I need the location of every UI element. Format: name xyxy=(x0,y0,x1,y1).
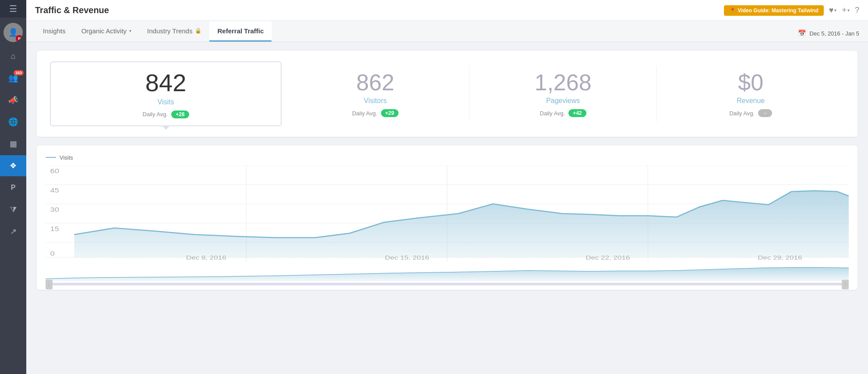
legend-label: Visits xyxy=(60,154,73,161)
calendar-icon: 📅 xyxy=(798,29,806,37)
svg-text:60: 60 xyxy=(50,167,59,174)
stat-revenue: $0 Revenue Daily Avg. → xyxy=(657,66,844,121)
tabs: Insights Organic Activity ▾ Industry Tre… xyxy=(35,21,272,42)
people-badge: 163 xyxy=(14,70,24,75)
stats-panel: 842 Visits Daily Avg. +28 862 Visitors D… xyxy=(37,51,857,137)
stat-visits: 842 Visits Daily Avg. +28 xyxy=(50,61,282,126)
help-button[interactable]: ? xyxy=(855,6,859,15)
tab-industry-trends[interactable]: Industry Trends 🔒 xyxy=(139,21,209,42)
chart-slider[interactable]: ⋮ ⋮ xyxy=(46,264,849,285)
svg-text:30: 30 xyxy=(50,206,59,213)
visitors-avg: Daily Avg. +29 xyxy=(290,109,460,117)
tabs-bar: Insights Organic Activity ▾ Industry Tre… xyxy=(26,21,868,42)
svg-text:15: 15 xyxy=(50,225,59,232)
topbar: Traffic & Revenue 📍 Video Guide: Masteri… xyxy=(26,0,868,21)
grid-icon: ▦ xyxy=(10,139,17,149)
pageviews-label: Pageviews xyxy=(478,97,648,105)
sidebar: ☰ 👤 P ⌂ 👥 163 📣 🌐 ▦ ❖ P ⧩ ↗ xyxy=(0,0,26,374)
pinterest-icon: P xyxy=(11,184,16,192)
visits-label: Visits xyxy=(64,98,268,106)
svg-text:45: 45 xyxy=(50,187,59,193)
video-guide-button[interactable]: 📍 Video Guide: Mastering Tailwind xyxy=(724,5,824,16)
chart-container: Visits 60 45 xyxy=(37,146,857,290)
revenue-label: Revenue xyxy=(666,97,836,105)
home-icon: ⌂ xyxy=(11,52,16,61)
sidebar-item-pinterest[interactable]: P xyxy=(0,177,26,198)
slider-track xyxy=(46,283,849,285)
chart-legend: Visits xyxy=(46,154,849,161)
sidebar-nav: ⌂ 👥 163 📣 🌐 ▦ ❖ P ⧩ ↗ xyxy=(0,46,26,242)
stat-visitors: 862 Visitors Daily Avg. +29 xyxy=(282,66,469,121)
stat-pageviews: 1,268 Pageviews Daily Avg. +42 xyxy=(469,66,657,121)
topbar-actions: 📍 Video Guide: Mastering Tailwind ♥ ▾ + … xyxy=(724,5,859,16)
lock-icon: 🔒 xyxy=(195,28,201,34)
pageviews-avg-badge: +42 xyxy=(568,109,586,117)
sidebar-menu-toggle[interactable]: ☰ xyxy=(0,0,26,18)
megaphone-icon: 📣 xyxy=(8,95,18,105)
plus-dropdown-arrow: ▾ xyxy=(847,8,850,13)
heart-icon: ♥ xyxy=(829,6,834,15)
tab-insights[interactable]: Insights xyxy=(35,21,74,42)
heart-button[interactable]: ♥ ▾ xyxy=(829,6,837,15)
pin-icon: 📍 xyxy=(729,7,736,14)
heart-dropdown-arrow: ▾ xyxy=(834,8,836,13)
sidebar-item-grid[interactable]: ▦ xyxy=(0,133,26,154)
tab-organic-activity[interactable]: Organic Activity ▾ xyxy=(74,21,139,42)
slider-handle-right[interactable]: ⋮ xyxy=(842,280,849,289)
globe-icon: 🌐 xyxy=(8,117,18,127)
main-chart-svg: 60 45 30 15 0 Dec 8, 2016 Dec 15, 2016 D… xyxy=(46,165,849,262)
visitors-avg-badge: +29 xyxy=(381,109,399,117)
visits-avg-badge: +28 xyxy=(171,110,189,118)
plus-icon: + xyxy=(842,6,847,15)
filter-icon: ⧩ xyxy=(10,205,17,214)
pageviews-avg: Daily Avg. +42 xyxy=(478,109,648,117)
sidebar-item-trending[interactable]: ↗ xyxy=(0,221,26,242)
revenue-avg-badge: → xyxy=(758,109,772,117)
hamburger-icon: ☰ xyxy=(9,4,17,13)
chart-area: 60 45 30 15 0 Dec 8, 2016 Dec 15, 2016 D… xyxy=(46,165,849,262)
pinterest-badge: P xyxy=(16,35,23,42)
visitors-value: 862 xyxy=(290,70,460,95)
content-area: 842 Visits Daily Avg. +28 862 Visitors D… xyxy=(26,42,868,374)
mini-chart-svg xyxy=(46,264,849,281)
revenue-daily-avg-label: Daily Avg. xyxy=(729,110,755,117)
tab-referral-traffic[interactable]: Referral Traffic xyxy=(209,21,272,42)
revenue-avg: Daily Avg. → xyxy=(666,109,836,117)
sidebar-item-people[interactable]: 👥 163 xyxy=(0,68,26,89)
visits-daily-avg-label: Daily Avg. xyxy=(143,111,168,118)
organic-dropdown-arrow: ▾ xyxy=(129,28,131,33)
sidebar-item-analytics[interactable]: ❖ xyxy=(0,155,26,176)
main-content: Traffic & Revenue 📍 Video Guide: Masteri… xyxy=(26,0,868,374)
revenue-value: $0 xyxy=(666,70,836,95)
add-button[interactable]: + ▾ xyxy=(842,6,850,15)
sidebar-item-megaphone[interactable]: 📣 xyxy=(0,89,26,110)
svg-text:0: 0 xyxy=(50,250,54,256)
avatar[interactable]: 👤 P xyxy=(4,23,23,42)
legend-line xyxy=(46,157,56,158)
date-range-label: Dec 5, 2016 - Jan 5 xyxy=(810,30,859,37)
visitors-daily-avg-label: Daily Avg. xyxy=(352,110,378,117)
pageviews-value: 1,268 xyxy=(478,70,648,95)
page-title: Traffic & Revenue xyxy=(35,5,109,15)
date-range-picker[interactable]: 📅 Dec 5, 2016 - Jan 5 xyxy=(798,29,859,42)
analytics-icon: ❖ xyxy=(10,161,17,171)
pageviews-daily-avg-label: Daily Avg. xyxy=(540,110,565,117)
slider-handle-left[interactable]: ⋮ xyxy=(46,280,53,289)
help-icon: ? xyxy=(855,6,859,15)
trending-icon: ↗ xyxy=(10,227,17,236)
sidebar-item-home[interactable]: ⌂ xyxy=(0,46,26,67)
visits-avg: Daily Avg. +28 xyxy=(64,110,268,118)
visits-value: 842 xyxy=(64,69,268,96)
sidebar-item-filter[interactable]: ⧩ xyxy=(0,199,26,220)
sidebar-item-globe[interactable]: 🌐 xyxy=(0,111,26,132)
visitors-label: Visitors xyxy=(290,97,460,105)
